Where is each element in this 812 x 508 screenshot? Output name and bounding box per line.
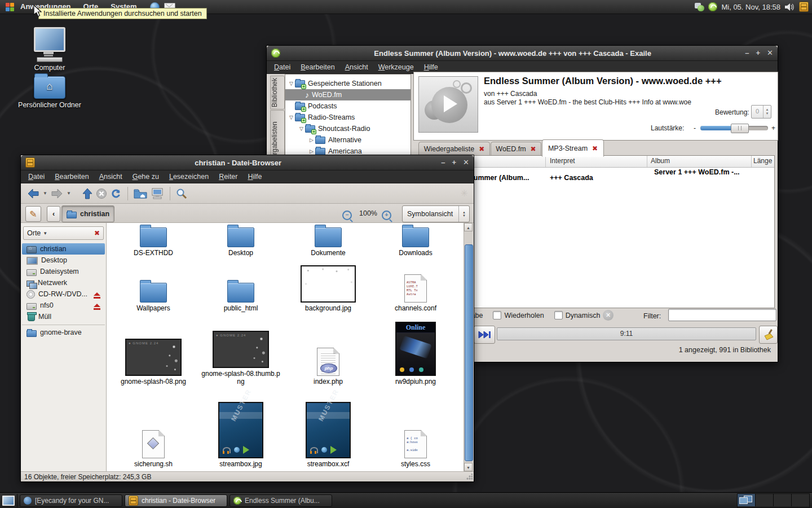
file-index-php[interactable]: phpindex.php (286, 314, 370, 386)
expander-icon[interactable]: ▽ (288, 81, 295, 86)
taskbar-button-exaile[interactable]: Endless Summer (Albu... (230, 494, 332, 507)
chat-tray-icon[interactable] (695, 3, 704, 11)
file-ds-exthdd[interactable]: DS-EXTHDD (111, 223, 196, 257)
filter-input[interactable] (668, 309, 776, 321)
volume-handle[interactable] (731, 124, 749, 133)
file-desktop[interactable]: Desktop (198, 223, 283, 257)
search-button[interactable] (174, 186, 189, 202)
file-manager-tray-icon[interactable] (799, 2, 809, 12)
file-wallpapers[interactable]: Wallpapers (111, 258, 196, 312)
file-channels-conf[interactable]: ASTRA LUXE.T RTL Te Astrachannels.conf (373, 258, 458, 312)
sidebar-item-netzwerk[interactable]: Netzwerk (22, 277, 105, 288)
volume-minus[interactable]: - (694, 124, 696, 132)
sidebar-item-cd-rw-dvd-[interactable]: CD-RW-/DVD... (22, 288, 105, 300)
applications-menu-icon[interactable] (6, 3, 14, 11)
up-button[interactable] (81, 186, 94, 202)
sidebar-header[interactable]: Orte▼ ✖ (23, 226, 104, 240)
file-browser-titlebar[interactable]: christian - Datei-Browser – + ✕ (21, 155, 474, 170)
workspace-2[interactable] (756, 494, 774, 506)
zoom-out-button[interactable]: – (342, 209, 352, 220)
minimize-button[interactable]: – (441, 155, 445, 170)
sidebar-item-christian[interactable]: christian (22, 243, 105, 255)
eject-icon[interactable] (94, 292, 100, 296)
close-button[interactable]: ✕ (767, 46, 773, 60)
tab-mp3-stream[interactable]: MP3-Stream✖ (542, 139, 604, 157)
show-desktop-button[interactable] (0, 494, 17, 507)
file-gnome-splash-08-png[interactable]: ● GNOME 2.24gnome-splash-08.png (111, 314, 196, 386)
close-sidebar-icon[interactable]: ✖ (94, 230, 100, 237)
volume-plus[interactable]: + (771, 124, 775, 132)
back-history-chevron-icon[interactable]: ▼ (41, 191, 49, 196)
workspace-1[interactable] (738, 494, 756, 506)
seek-bar[interactable]: 9:11 (497, 327, 756, 340)
exaile-titlebar[interactable]: Endless Summer (Album Version) - www.woe… (267, 46, 778, 61)
vertical-scrollbar[interactable]: ▲ ▼ (464, 223, 473, 471)
scroll-up-icon[interactable]: ▲ (464, 223, 473, 231)
clock[interactable]: Mi, 05. Nov, 18:58 (721, 3, 780, 11)
maximize-button[interactable]: + (756, 46, 761, 60)
expander-icon[interactable]: ▷ (308, 137, 315, 143)
scrollbar-thumb[interactable] (465, 244, 473, 461)
column-header-album[interactable]: Album (651, 157, 670, 165)
parent-location-button[interactable]: ‹ (47, 206, 60, 222)
expander-icon[interactable]: ▽ (288, 115, 295, 120)
checkbox-dynamisch[interactable]: Dynamisch (554, 311, 601, 319)
file-dokumente[interactable]: Dokumente (286, 223, 370, 257)
checkbox-box[interactable] (554, 311, 563, 319)
forward-history-chevron-icon[interactable]: ▼ (65, 191, 73, 196)
exaile-menu-datei[interactable]: Datei (269, 61, 295, 73)
file-streambox-xcf[interactable]: MUSTERstreambox.xcf (286, 397, 370, 468)
file-background-jpg[interactable]: background.jpg (286, 258, 370, 312)
home-button[interactable] (132, 186, 149, 202)
zoom-in-button[interactable]: + (382, 209, 391, 220)
view-mode-combo[interactable]: Symbolansicht ▲▼ (402, 205, 470, 222)
fb-menu-datei[interactable]: Datei (23, 170, 50, 183)
file-downloads[interactable]: Downloads (373, 223, 458, 257)
sidebar-item-desktop[interactable]: Desktop (22, 255, 105, 266)
resize-grip[interactable] (466, 474, 473, 480)
taskbar-button-globe[interactable]: [Eyecandy for your GN... (20, 494, 122, 507)
workspace-3[interactable] (774, 494, 792, 506)
file-styles-css[interactable]: a { co a:hove a.sidestyles.css (373, 397, 458, 468)
exaile-menu-bearbeiten[interactable]: Bearbeiten (295, 61, 339, 73)
eject-icon[interactable] (94, 304, 100, 307)
expander-icon[interactable]: ▽ (298, 126, 305, 132)
taskbar-button-cabinet[interactable]: christian - Datei-Browser (125, 494, 227, 507)
column-header-interpret[interactable]: Interpret (550, 157, 575, 165)
reload-button[interactable] (109, 186, 123, 202)
minimize-button[interactable]: – (745, 46, 749, 60)
side-tab-library[interactable]: Bibliothek (270, 76, 285, 110)
location-path-button[interactable]: christian (61, 205, 114, 222)
computer-button[interactable] (149, 186, 166, 202)
close-tab-icon[interactable]: ✖ (592, 145, 598, 152)
expander-icon[interactable]: ▷ (308, 148, 315, 154)
file-streambox-jpg[interactable]: MUSTERstreambox.jpg (198, 397, 283, 468)
tree-item-shoutcast-radio[interactable]: ▽Shoutcast-Radio (285, 123, 411, 134)
clear-filter-icon[interactable]: ✕ (603, 310, 614, 321)
stop-button[interactable] (94, 186, 109, 202)
workspace-4[interactable] (792, 494, 809, 506)
tree-item-alternative[interactable]: ▷Alternative (285, 134, 411, 146)
exaile-menu-ansicht[interactable]: Ansicht (340, 61, 373, 73)
sidebar-item-nfs0[interactable]: nfs0 (22, 300, 105, 311)
fb-menu-reiter[interactable]: Reiter (214, 170, 242, 183)
tree-item-podcasts[interactable]: Podcasts (285, 100, 411, 112)
sidebar-item-m-ll[interactable]: Müll (22, 311, 105, 322)
fb-menu-lesezeichen[interactable]: Lesezeichen (164, 170, 214, 183)
close-tab-icon[interactable]: ✖ (479, 146, 484, 152)
volume-slider[interactable] (700, 126, 768, 130)
column-header-länge[interactable]: Länge (753, 157, 772, 165)
sidebar-item-dateisystem[interactable]: Dateisystem (22, 266, 105, 277)
rating-spinner[interactable]: 0▲▼ (751, 105, 771, 119)
exaile-menu-werkzeuge[interactable]: Werkzeuge (373, 61, 419, 73)
fb-menu-ansicht[interactable]: Ansicht (94, 170, 127, 183)
desktop-icon-home[interactable]: ⌂ Persönlicher Ordner (13, 76, 86, 109)
file-public-html[interactable]: public_html (198, 258, 283, 312)
volume-icon[interactable] (784, 3, 795, 11)
close-button[interactable]: ✕ (463, 155, 469, 170)
tree-item-woed-fm[interactable]: ♪WoED.fm (285, 89, 411, 100)
toggle-location-entry-button[interactable]: ✎ (25, 206, 41, 222)
back-button[interactable] (25, 186, 41, 202)
sidebar-item-gnome-brave[interactable]: gnome-brave (22, 325, 105, 339)
desktop-icon-computer[interactable]: Computer (13, 27, 86, 72)
